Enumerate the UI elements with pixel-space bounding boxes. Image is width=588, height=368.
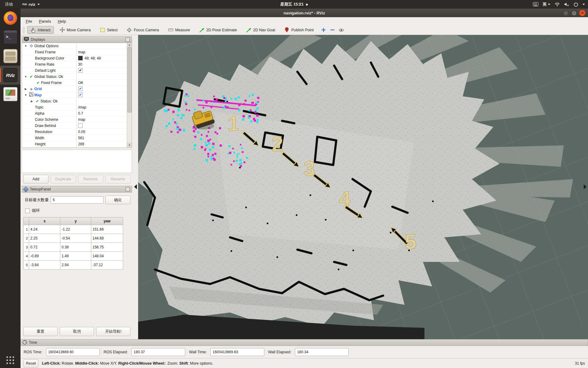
- property-value[interactable]: [76, 123, 132, 128]
- expander-right-icon[interactable]: ▶: [29, 100, 34, 103]
- maximize-button[interactable]: ▢: [571, 10, 577, 16]
- tool-2d-nav-goal[interactable]: 2D Nav Goal: [243, 26, 279, 34]
- scroll-up-icon[interactable]: ▲: [127, 43, 132, 48]
- undock-icon[interactable]: [126, 187, 130, 191]
- cell[interactable]: 2.25: [29, 234, 60, 243]
- loop-checkbox[interactable]: [25, 209, 30, 213]
- column-header-x[interactable]: x: [29, 217, 60, 225]
- tool-minus[interactable]: [328, 26, 337, 34]
- property-row-grid[interactable]: ▶◈Grid✔: [22, 86, 132, 92]
- property-value[interactable]: 289: [76, 141, 132, 147]
- cancel-button[interactable]: 取消: [60, 327, 94, 336]
- teleop-panel-header[interactable]: TeleopPanel: [22, 186, 132, 193]
- tool-eye[interactable]: [337, 26, 345, 34]
- ros-elapsed-input[interactable]: 180.37: [131, 348, 185, 356]
- property-row-alpha[interactable]: Alpha0.7: [22, 110, 132, 117]
- property-value[interactable]: [76, 98, 132, 104]
- property-row-status-ok[interactable]: ▶✔Status: Ok: [22, 98, 132, 104]
- time-panel-header[interactable]: Time: [21, 339, 588, 346]
- system-indicators[interactable]: 英: [533, 0, 585, 9]
- property-row-width[interactable]: Width561: [22, 135, 132, 141]
- property-row-fixed-frame[interactable]: ✔Fixed FrameOK: [22, 80, 132, 86]
- tool-focus-camera[interactable]: Focus Camera: [123, 26, 162, 34]
- scrollbar[interactable]: ▲ ▼: [127, 43, 132, 148]
- app-menu-button[interactable]: RViz rviz: [22, 2, 40, 7]
- ros-time-input[interactable]: 1600413669.60: [46, 348, 100, 356]
- add-button[interactable]: Add: [23, 175, 48, 183]
- property-value[interactable]: 0.7: [76, 110, 132, 116]
- property-row-global-status-ok[interactable]: ▼✔Global Status: Ok: [22, 74, 132, 80]
- wall-time-input[interactable]: 1600413669.63: [210, 348, 264, 356]
- tool-select[interactable]: Select: [96, 26, 121, 34]
- cell[interactable]: -3.84: [29, 261, 60, 270]
- tool-plus[interactable]: [319, 26, 328, 34]
- property-row-draw-behind[interactable]: Draw Behind: [22, 123, 132, 129]
- cell[interactable]: 144.68: [91, 234, 123, 243]
- property-row-color-scheme[interactable]: Color Schememap: [22, 117, 132, 123]
- dock-item-files[interactable]: [0, 47, 21, 66]
- menu-panels[interactable]: Panels: [36, 18, 55, 25]
- reset-button[interactable]: Reset: [24, 359, 38, 367]
- property-checkbox[interactable]: ✔: [78, 68, 83, 73]
- toolbar-drag-handle[interactable]: [22, 27, 25, 33]
- property-value[interactable]: map: [76, 49, 132, 55]
- cell[interactable]: -1.22: [60, 225, 91, 234]
- column-header-y[interactable]: y: [60, 217, 91, 225]
- cell[interactable]: 0.38: [60, 243, 91, 252]
- property-checkbox[interactable]: [78, 123, 83, 128]
- undock-icon[interactable]: [126, 37, 130, 42]
- property-value[interactable]: 0.05: [76, 129, 132, 135]
- minimize-button[interactable]: –: [563, 10, 569, 16]
- property-row-background-color[interactable]: Background Color48; 48; 48: [22, 55, 132, 61]
- property-row-topic[interactable]: Topic/map: [22, 104, 132, 110]
- input-method-indicator[interactable]: 英: [543, 2, 550, 7]
- cell[interactable]: -0.89: [29, 252, 60, 261]
- property-checkbox[interactable]: ✔: [78, 86, 83, 91]
- tool-publish-point[interactable]: Publish Point: [281, 26, 317, 34]
- column-header-yaw[interactable]: yaw: [91, 217, 123, 225]
- cell[interactable]: 4.24: [29, 225, 60, 234]
- cell[interactable]: 156.75: [91, 243, 123, 252]
- cell[interactable]: 1.49: [60, 252, 91, 261]
- property-row-default-light[interactable]: Default Light✔: [22, 67, 132, 74]
- wall-elapsed-input[interactable]: 180.34: [295, 348, 349, 356]
- goal-count-input[interactable]: 5: [51, 196, 104, 204]
- property-row-fixed-frame[interactable]: Fixed Framemap: [22, 49, 132, 55]
- property-row-frame-rate[interactable]: Frame Rate30: [22, 61, 132, 67]
- property-value[interactable]: [76, 74, 132, 79]
- cell[interactable]: 0.72: [29, 243, 60, 252]
- 3d-viewport[interactable]: 12345: [138, 35, 588, 339]
- property-value[interactable]: 30: [76, 61, 132, 67]
- property-value[interactable]: 561: [76, 135, 132, 141]
- cell[interactable]: 148.04: [91, 252, 123, 261]
- close-button[interactable]: ✕: [579, 10, 586, 16]
- dock-item-firefox[interactable]: [0, 9, 21, 28]
- property-value[interactable]: ✔: [76, 86, 132, 92]
- property-value[interactable]: [76, 43, 132, 49]
- expander-right-icon[interactable]: ▶: [23, 87, 28, 90]
- confirm-button[interactable]: 确定: [105, 196, 130, 204]
- app-grid-button[interactable]: [0, 354, 21, 366]
- property-value[interactable]: /map: [76, 104, 132, 110]
- dock-item-terminal[interactable]: [0, 28, 21, 47]
- displays-panel-header[interactable]: Displays: [22, 36, 132, 43]
- cell[interactable]: 2.94: [60, 261, 91, 270]
- property-value[interactable]: 48; 48; 48: [76, 55, 132, 61]
- cell[interactable]: -0.54: [60, 234, 91, 243]
- property-row-global-options[interactable]: ▼⚙Global Options: [22, 43, 132, 49]
- tool-2d-pose-estimate[interactable]: 2D Pose Estimate: [196, 26, 240, 34]
- map-canvas[interactable]: 12345: [138, 35, 588, 339]
- menu-help[interactable]: Help: [55, 18, 70, 25]
- cell[interactable]: -37.12: [91, 261, 123, 270]
- tool-interact[interactable]: Interact: [27, 26, 54, 34]
- scroll-down-icon[interactable]: ▼: [127, 143, 132, 148]
- menu-file[interactable]: File: [22, 18, 36, 25]
- panel-collapse-icon[interactable]: [584, 184, 586, 189]
- expander-down-icon[interactable]: ▼: [23, 94, 28, 97]
- cell[interactable]: 151.66: [91, 225, 123, 234]
- property-value[interactable]: ✔: [76, 67, 132, 73]
- property-row-height[interactable]: Height289: [22, 141, 132, 147]
- property-value[interactable]: ✔: [76, 92, 132, 98]
- tool-measure[interactable]: Measure: [165, 26, 194, 34]
- start-navigation-button[interactable]: 开始导航!: [96, 327, 130, 336]
